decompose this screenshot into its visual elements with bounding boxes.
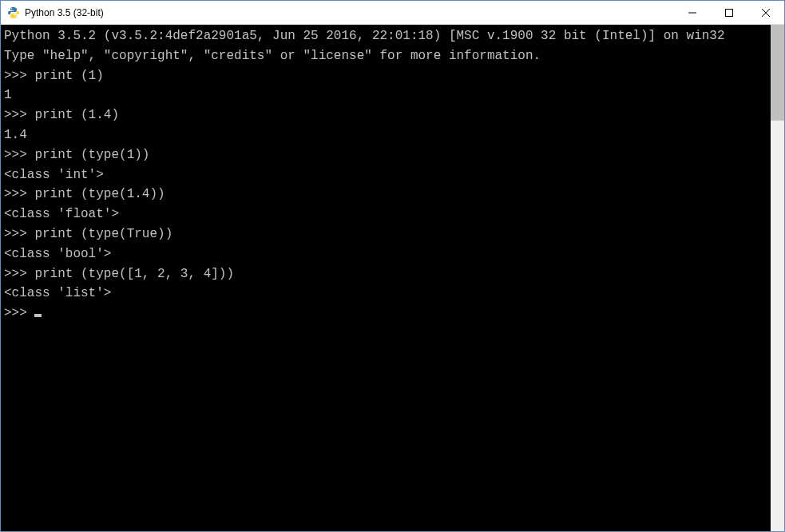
repl-output: <class 'float'> xyxy=(4,207,119,221)
python-icon xyxy=(7,6,20,19)
repl-input: print (type([1, 2, 3, 4])) xyxy=(34,267,234,281)
prompt: >>> xyxy=(4,69,34,83)
prompt: >>> xyxy=(4,187,34,201)
console-output[interactable]: Python 3.5.2 (v3.5.2:4def2a2901a5, Jun 2… xyxy=(1,25,771,531)
vertical-scrollbar[interactable] xyxy=(771,25,784,531)
repl-output: 1.4 xyxy=(4,128,27,142)
repl-input: print (type(True)) xyxy=(34,227,172,241)
repl-output: <class 'list'> xyxy=(4,286,111,300)
repl-input: print (type(1)) xyxy=(34,148,149,162)
repl-output: <class 'int'> xyxy=(4,168,104,182)
window-title: Python 3.5 (32-bit) xyxy=(25,7,104,18)
minimize-button[interactable] xyxy=(674,1,711,24)
prompt: >>> xyxy=(4,227,34,241)
svg-rect-3 xyxy=(726,9,733,16)
prompt: >>> xyxy=(4,267,34,281)
repl-output: 1 xyxy=(4,88,12,102)
repl-output: <class 'bool'> xyxy=(4,247,111,261)
close-icon xyxy=(762,9,770,17)
titlebar[interactable]: Python 3.5 (32-bit) xyxy=(1,1,784,25)
header-line: Type "help", "copyright", "credits" or "… xyxy=(4,49,541,63)
prompt: >>> xyxy=(4,306,34,320)
window-controls xyxy=(674,1,784,24)
maximize-button[interactable] xyxy=(711,1,747,24)
svg-point-1 xyxy=(15,16,16,17)
app-window: Python 3.5 (32-bit) Python 3.5.2 (v3.5.2… xyxy=(0,0,785,532)
repl-input: print (1) xyxy=(34,69,103,83)
scrollbar-thumb[interactable] xyxy=(771,25,784,121)
prompt: >>> xyxy=(4,148,34,162)
minimize-icon xyxy=(688,9,696,17)
svg-point-0 xyxy=(11,8,12,9)
close-button[interactable] xyxy=(747,1,784,24)
cursor xyxy=(34,314,42,317)
repl-input: print (type(1.4)) xyxy=(34,187,165,201)
prompt: >>> xyxy=(4,108,34,122)
repl-input: print (1.4) xyxy=(34,108,119,122)
console-area: Python 3.5.2 (v3.5.2:4def2a2901a5, Jun 2… xyxy=(1,25,784,531)
header-line: Python 3.5.2 (v3.5.2:4def2a2901a5, Jun 2… xyxy=(4,29,725,43)
maximize-icon xyxy=(725,9,733,17)
